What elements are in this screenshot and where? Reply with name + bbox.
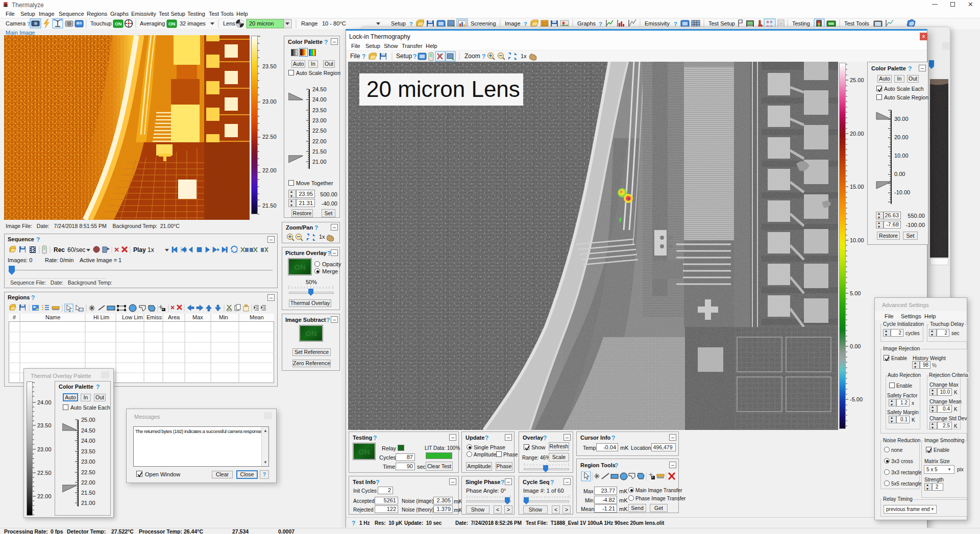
svg-text:Setup: Setup [391, 20, 406, 27]
svg-text:23.00: 23.00 [81, 459, 95, 465]
svg-text:22.50: 22.50 [81, 469, 95, 475]
svg-text:24.50: 24.50 [81, 427, 95, 434]
svg-text:30.00: 30.00 [894, 116, 909, 122]
svg-text:21.00: 21.00 [312, 159, 327, 165]
svg-text:21.50: 21.50 [262, 202, 277, 209]
svg-text:23.50: 23.50 [262, 63, 277, 69]
svg-text:1x: 1x [319, 234, 325, 240]
svg-text:60/sec: 60/sec [67, 246, 85, 253]
svg-text:22.00: 22.00 [262, 167, 277, 173]
svg-text:0.00: 0.00 [894, 171, 905, 177]
svg-text:?: ? [413, 53, 416, 60]
svg-text:-10.00: -10.00 [894, 189, 910, 195]
svg-text:23.50: 23.50 [37, 422, 52, 428]
svg-text:?: ? [362, 53, 365, 60]
svg-text:-5.00: -5.00 [850, 396, 863, 402]
svg-text:15.00: 15.00 [850, 184, 864, 190]
svg-text:Emiss: Emiss [146, 314, 162, 320]
svg-text:Rec: Rec [54, 246, 65, 253]
svg-text:Max: Max [192, 314, 203, 320]
svg-text:Screening: Screening [471, 20, 496, 27]
svg-text:Image: Image [505, 20, 521, 27]
svg-text:Camera: Camera [6, 20, 26, 27]
svg-text:20.00: 20.00 [850, 131, 864, 137]
svg-text:21.00: 21.00 [81, 500, 95, 506]
svg-text:24.00: 24.00 [312, 96, 327, 103]
svg-text:22.00: 22.00 [81, 479, 95, 486]
svg-text:22.50: 22.50 [312, 128, 327, 134]
svg-text:Zoom: Zoom [464, 53, 480, 60]
svg-text:Name: Name [45, 314, 60, 320]
svg-text:20 micron: 20 micron [249, 20, 274, 27]
svg-text:22.50: 22.50 [37, 470, 52, 476]
svg-text:Emissivity: Emissivity [645, 20, 670, 27]
svg-text:Test Tools: Test Tools [844, 20, 869, 27]
svg-text:Low Lim: Low Lim [122, 314, 143, 320]
svg-text:ON: ON [168, 21, 176, 27]
svg-text:25.00: 25.00 [81, 417, 95, 423]
svg-text:ON: ON [115, 21, 122, 27]
svg-text:File: File [350, 53, 360, 60]
svg-text:10 - 80°C: 10 - 80°C [322, 20, 346, 27]
svg-text:Play: Play [133, 246, 146, 253]
svg-text:21.50: 21.50 [312, 148, 327, 155]
svg-text:22.00: 22.00 [37, 493, 52, 499]
svg-text:23.50: 23.50 [312, 107, 327, 113]
svg-text:24.50: 24.50 [312, 86, 327, 92]
svg-text:Test Setup: Test Setup [708, 20, 735, 27]
svg-text:Graphs: Graphs [577, 20, 596, 27]
svg-text:Mean: Mean [250, 314, 264, 320]
svg-text:23.00: 23.00 [37, 446, 52, 452]
svg-text:24.00: 24.00 [37, 399, 52, 405]
svg-text:32 images: 32 images [180, 20, 206, 27]
svg-text:Min: Min [219, 314, 228, 320]
svg-text:1x: 1x [148, 246, 154, 253]
svg-text:22.50: 22.50 [262, 134, 277, 140]
svg-text:25.00: 25.00 [850, 77, 864, 83]
svg-text:20 micron Lens: 20 micron Lens [366, 77, 520, 101]
svg-text:Touchup: Touchup [90, 20, 112, 27]
svg-text:Testing: Testing [792, 20, 810, 27]
svg-text:21.50: 21.50 [81, 490, 95, 496]
svg-text:10.00: 10.00 [894, 152, 909, 159]
svg-text:Setup: Setup [396, 53, 412, 60]
svg-text:23.50: 23.50 [81, 448, 95, 454]
svg-text:Lens: Lens [223, 20, 235, 27]
svg-text:Area: Area [168, 314, 180, 320]
svg-text:23.00: 23.00 [262, 98, 277, 105]
svg-text:20.00: 20.00 [894, 134, 909, 140]
svg-text:#: # [13, 314, 16, 320]
svg-text:24.00: 24.00 [81, 438, 95, 444]
svg-text:10.00: 10.00 [850, 237, 864, 243]
svg-text:1x: 1x [521, 53, 527, 59]
svg-text:?: ? [482, 53, 485, 60]
svg-text:22.00: 22.00 [312, 138, 327, 144]
svg-text:5.00: 5.00 [850, 290, 861, 296]
svg-text:Averaging: Averaging [140, 20, 165, 27]
svg-text:23.00: 23.00 [312, 117, 327, 123]
svg-text:0.00: 0.00 [850, 343, 861, 349]
svg-text:Range: Range [301, 20, 317, 27]
svg-text:Hi Lim: Hi Lim [93, 314, 109, 320]
